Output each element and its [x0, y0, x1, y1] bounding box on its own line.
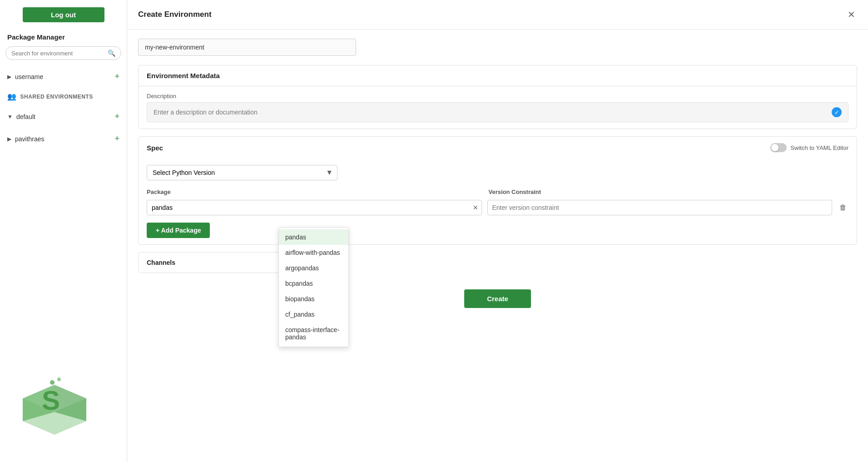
create-environment-dialog: Create Environment ✕ Environment Metadat…: [127, 0, 868, 462]
spec-section: Spec Switch to YAML Editor: [138, 136, 857, 245]
sidebar-item-default[interactable]: ▼ default +: [0, 107, 127, 126]
sidebar-item-pavithraes[interactable]: ▶ pavithraes +: [0, 129, 127, 148]
pavithraes-chevron-icon: ▶: [7, 136, 11, 142]
python-version-wrapper: Select Python Version 3.8 3.9 3.10 3.11 …: [147, 165, 337, 180]
dialog-close-button[interactable]: ✕: [846, 7, 857, 22]
version-constraint-input[interactable]: [487, 200, 833, 215]
dialog-body: Environment Metadata Description ✓: [127, 30, 868, 331]
sidebar-item-username[interactable]: ▶ username +: [0, 67, 127, 86]
checkmark-icon: ✓: [832, 107, 842, 117]
spec-body: Select Python Version 3.8 3.9 3.10 3.11 …: [139, 159, 857, 244]
dropdown-item-argopandas[interactable]: argopandas: [279, 260, 348, 276]
yaml-toggle-switch[interactable]: [770, 143, 787, 152]
add-package-button[interactable]: + Add Package: [147, 223, 210, 238]
dialog-header: Create Environment ✕: [127, 0, 868, 30]
pavithraes-env-label: pavithraes: [15, 135, 45, 143]
username-label: username: [15, 73, 43, 80]
package-row: ✕ 🗑: [147, 200, 848, 215]
yaml-toggle: Switch to YAML Editor: [770, 143, 848, 152]
autocomplete-dropdown: pandas airflow-with-pandas argopandas bc…: [278, 227, 349, 347]
search-icon: 🔍: [108, 50, 115, 57]
yaml-editor-label: Switch to YAML Editor: [790, 144, 848, 151]
delete-package-button[interactable]: 🗑: [838, 202, 848, 214]
description-label: Description: [147, 93, 848, 99]
pavithraes-env-section: ▶ pavithraes +: [0, 128, 127, 150]
description-input-row: ✓: [147, 102, 848, 122]
sidebar-top: Log out: [0, 0, 127, 30]
dropdown-item-biopandas[interactable]: biopandas: [279, 291, 348, 307]
create-button-row: Create: [138, 282, 857, 322]
username-chevron-icon: ▶: [7, 74, 11, 80]
logo-svg: S: [9, 362, 100, 453]
main-content: Create Environment ✕ Environment Metadat…: [127, 0, 868, 462]
channels-label: Channels: [147, 259, 175, 266]
default-chevron-icon: ▼: [7, 114, 13, 120]
svg-point-5: [57, 378, 61, 381]
python-version-row: Select Python Version 3.8 3.9 3.10 3.11 …: [147, 165, 848, 180]
people-icon: 👥: [7, 92, 17, 101]
sidebar: Log out Package Manager 🔍 ▶ username + 👥…: [0, 0, 127, 462]
app-logo: S: [0, 353, 127, 462]
pavithraes-add-icon[interactable]: +: [114, 134, 119, 144]
search-box: 🔍: [5, 46, 121, 60]
dialog-title: Create Environment: [138, 10, 212, 19]
dropdown-item-cfpandas[interactable]: cf_pandas: [279, 307, 348, 322]
version-column-header: Version Constraint: [489, 189, 825, 195]
svg-point-4: [50, 380, 55, 385]
python-version-select[interactable]: Select Python Version 3.8 3.9 3.10 3.11: [147, 165, 337, 180]
create-button[interactable]: Create: [464, 289, 531, 308]
package-clear-button[interactable]: ✕: [473, 204, 478, 211]
metadata-header: Environment Metadata: [139, 65, 857, 86]
username-add-icon[interactable]: +: [114, 72, 119, 81]
shared-environments-header: 👥 SHARED ENVIRONMENTS: [0, 88, 127, 105]
search-input[interactable]: [11, 50, 108, 57]
logout-button[interactable]: Log out: [23, 7, 104, 22]
packages-table-header: Package Version Constraint: [147, 186, 848, 198]
default-env-label: default: [16, 113, 35, 120]
spec-header: Spec Switch to YAML Editor: [139, 137, 857, 159]
svg-text:S: S: [42, 385, 60, 416]
default-add-icon[interactable]: +: [114, 112, 119, 121]
shared-environments-label: SHARED ENVIRONMENTS: [20, 94, 93, 100]
package-input-wrapper: ✕: [147, 200, 482, 215]
dropdown-item-pandas[interactable]: pandas: [279, 229, 348, 245]
sidebar-title: Package Manager: [0, 30, 127, 46]
default-env-section: ▼ default +: [0, 105, 127, 128]
user-section: ▶ username +: [0, 65, 127, 88]
dropdown-item-bcpandas[interactable]: bcpandas: [279, 276, 348, 291]
description-input[interactable]: [154, 109, 832, 116]
environment-name-input[interactable]: [138, 39, 356, 56]
dropdown-item-airflow[interactable]: airflow-with-pandas: [279, 245, 348, 260]
dialog-overlay: Create Environment ✕ Environment Metadat…: [127, 0, 868, 462]
metadata-body: Description ✓: [139, 86, 857, 129]
toggle-knob: [771, 144, 779, 151]
package-name-input[interactable]: [147, 200, 482, 215]
dropdown-item-compass[interactable]: compass-interface-pandas: [279, 322, 348, 345]
package-column-header: Package: [147, 189, 483, 195]
metadata-section: Environment Metadata Description ✓: [138, 65, 857, 129]
spec-label: Spec: [147, 144, 163, 152]
